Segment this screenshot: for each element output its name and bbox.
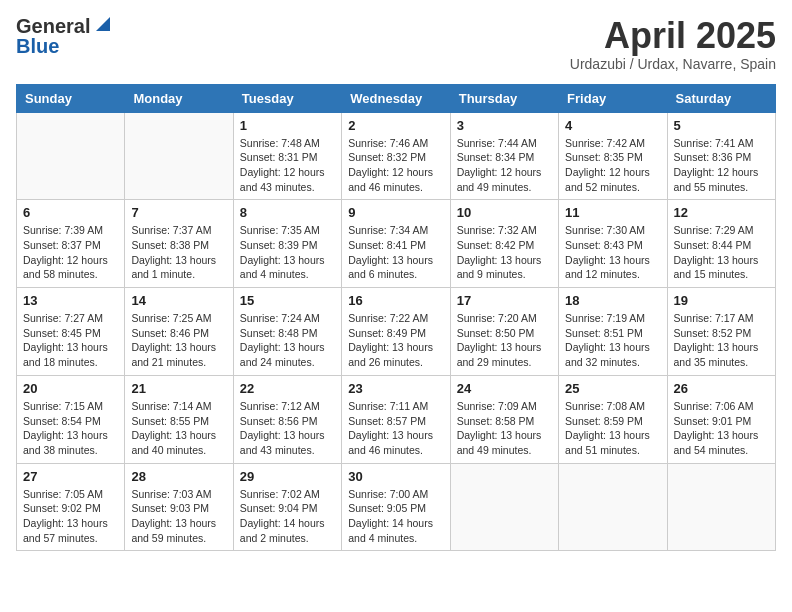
- calendar-day-cell: 28Sunrise: 7:03 AMSunset: 9:03 PMDayligh…: [125, 463, 233, 551]
- day-info: Sunrise: 7:29 AMSunset: 8:44 PMDaylight:…: [674, 223, 769, 282]
- calendar-week-row: 13Sunrise: 7:27 AMSunset: 8:45 PMDayligh…: [17, 288, 776, 376]
- day-number: 11: [565, 205, 660, 220]
- day-info: Sunrise: 7:35 AMSunset: 8:39 PMDaylight:…: [240, 223, 335, 282]
- day-info: Sunrise: 7:24 AMSunset: 8:48 PMDaylight:…: [240, 311, 335, 370]
- calendar-day-cell: [559, 463, 667, 551]
- calendar-day-cell: 20Sunrise: 7:15 AMSunset: 8:54 PMDayligh…: [17, 375, 125, 463]
- calendar-day-cell: 5Sunrise: 7:41 AMSunset: 8:36 PMDaylight…: [667, 112, 775, 200]
- day-info: Sunrise: 7:44 AMSunset: 8:34 PMDaylight:…: [457, 136, 552, 195]
- day-info: Sunrise: 7:12 AMSunset: 8:56 PMDaylight:…: [240, 399, 335, 458]
- day-info: Sunrise: 7:08 AMSunset: 8:59 PMDaylight:…: [565, 399, 660, 458]
- day-number: 25: [565, 381, 660, 396]
- location-title: Urdazubi / Urdax, Navarre, Spain: [570, 56, 776, 72]
- day-info: Sunrise: 7:27 AMSunset: 8:45 PMDaylight:…: [23, 311, 118, 370]
- day-info: Sunrise: 7:39 AMSunset: 8:37 PMDaylight:…: [23, 223, 118, 282]
- day-number: 10: [457, 205, 552, 220]
- day-info: Sunrise: 7:14 AMSunset: 8:55 PMDaylight:…: [131, 399, 226, 458]
- calendar-day-cell: 1Sunrise: 7:48 AMSunset: 8:31 PMDaylight…: [233, 112, 341, 200]
- day-number: 2: [348, 118, 443, 133]
- day-number: 8: [240, 205, 335, 220]
- day-number: 24: [457, 381, 552, 396]
- calendar-day-cell: [450, 463, 558, 551]
- day-number: 19: [674, 293, 769, 308]
- day-number: 27: [23, 469, 118, 484]
- day-info: Sunrise: 7:34 AMSunset: 8:41 PMDaylight:…: [348, 223, 443, 282]
- weekday-header-cell: Friday: [559, 84, 667, 112]
- weekday-header-cell: Wednesday: [342, 84, 450, 112]
- calendar-day-cell: 7Sunrise: 7:37 AMSunset: 8:38 PMDaylight…: [125, 200, 233, 288]
- month-title: April 2025: [570, 16, 776, 56]
- calendar-day-cell: [667, 463, 775, 551]
- calendar-day-cell: 10Sunrise: 7:32 AMSunset: 8:42 PMDayligh…: [450, 200, 558, 288]
- calendar-week-row: 1Sunrise: 7:48 AMSunset: 8:31 PMDaylight…: [17, 112, 776, 200]
- day-number: 26: [674, 381, 769, 396]
- day-info: Sunrise: 7:11 AMSunset: 8:57 PMDaylight:…: [348, 399, 443, 458]
- day-info: Sunrise: 7:30 AMSunset: 8:43 PMDaylight:…: [565, 223, 660, 282]
- day-number: 13: [23, 293, 118, 308]
- calendar-day-cell: [17, 112, 125, 200]
- day-info: Sunrise: 7:20 AMSunset: 8:50 PMDaylight:…: [457, 311, 552, 370]
- logo-triangle-icon: [92, 15, 110, 33]
- calendar-day-cell: 13Sunrise: 7:27 AMSunset: 8:45 PMDayligh…: [17, 288, 125, 376]
- day-info: Sunrise: 7:42 AMSunset: 8:35 PMDaylight:…: [565, 136, 660, 195]
- day-number: 17: [457, 293, 552, 308]
- day-number: 18: [565, 293, 660, 308]
- day-info: Sunrise: 7:22 AMSunset: 8:49 PMDaylight:…: [348, 311, 443, 370]
- day-info: Sunrise: 7:05 AMSunset: 9:02 PMDaylight:…: [23, 487, 118, 546]
- calendar-day-cell: 15Sunrise: 7:24 AMSunset: 8:48 PMDayligh…: [233, 288, 341, 376]
- day-number: 1: [240, 118, 335, 133]
- calendar-day-cell: 12Sunrise: 7:29 AMSunset: 8:44 PMDayligh…: [667, 200, 775, 288]
- calendar-day-cell: 4Sunrise: 7:42 AMSunset: 8:35 PMDaylight…: [559, 112, 667, 200]
- day-number: 23: [348, 381, 443, 396]
- day-number: 7: [131, 205, 226, 220]
- day-info: Sunrise: 7:48 AMSunset: 8:31 PMDaylight:…: [240, 136, 335, 195]
- day-number: 15: [240, 293, 335, 308]
- day-info: Sunrise: 7:15 AMSunset: 8:54 PMDaylight:…: [23, 399, 118, 458]
- day-info: Sunrise: 7:00 AMSunset: 9:05 PMDaylight:…: [348, 487, 443, 546]
- calendar-day-cell: 25Sunrise: 7:08 AMSunset: 8:59 PMDayligh…: [559, 375, 667, 463]
- calendar-day-cell: 16Sunrise: 7:22 AMSunset: 8:49 PMDayligh…: [342, 288, 450, 376]
- weekday-header-cell: Thursday: [450, 84, 558, 112]
- calendar-day-cell: 23Sunrise: 7:11 AMSunset: 8:57 PMDayligh…: [342, 375, 450, 463]
- day-info: Sunrise: 7:03 AMSunset: 9:03 PMDaylight:…: [131, 487, 226, 546]
- day-number: 5: [674, 118, 769, 133]
- calendar-day-cell: 14Sunrise: 7:25 AMSunset: 8:46 PMDayligh…: [125, 288, 233, 376]
- calendar-day-cell: 2Sunrise: 7:46 AMSunset: 8:32 PMDaylight…: [342, 112, 450, 200]
- day-number: 3: [457, 118, 552, 133]
- calendar-day-cell: 22Sunrise: 7:12 AMSunset: 8:56 PMDayligh…: [233, 375, 341, 463]
- calendar-day-cell: 21Sunrise: 7:14 AMSunset: 8:55 PMDayligh…: [125, 375, 233, 463]
- day-info: Sunrise: 7:37 AMSunset: 8:38 PMDaylight:…: [131, 223, 226, 282]
- calendar-day-cell: 26Sunrise: 7:06 AMSunset: 9:01 PMDayligh…: [667, 375, 775, 463]
- calendar-day-cell: 24Sunrise: 7:09 AMSunset: 8:58 PMDayligh…: [450, 375, 558, 463]
- day-number: 20: [23, 381, 118, 396]
- day-number: 4: [565, 118, 660, 133]
- weekday-header-cell: Sunday: [17, 84, 125, 112]
- svg-marker-0: [96, 17, 110, 31]
- calendar-day-cell: 18Sunrise: 7:19 AMSunset: 8:51 PMDayligh…: [559, 288, 667, 376]
- day-info: Sunrise: 7:32 AMSunset: 8:42 PMDaylight:…: [457, 223, 552, 282]
- day-number: 28: [131, 469, 226, 484]
- logo-general-text: General: [16, 16, 90, 36]
- day-number: 21: [131, 381, 226, 396]
- day-info: Sunrise: 7:06 AMSunset: 9:01 PMDaylight:…: [674, 399, 769, 458]
- calendar-day-cell: 30Sunrise: 7:00 AMSunset: 9:05 PMDayligh…: [342, 463, 450, 551]
- calendar-week-row: 6Sunrise: 7:39 AMSunset: 8:37 PMDaylight…: [17, 200, 776, 288]
- title-area: April 2025 Urdazubi / Urdax, Navarre, Sp…: [570, 16, 776, 72]
- calendar-day-cell: 8Sunrise: 7:35 AMSunset: 8:39 PMDaylight…: [233, 200, 341, 288]
- calendar-day-cell: 9Sunrise: 7:34 AMSunset: 8:41 PMDaylight…: [342, 200, 450, 288]
- calendar-day-cell: [125, 112, 233, 200]
- day-info: Sunrise: 7:19 AMSunset: 8:51 PMDaylight:…: [565, 311, 660, 370]
- calendar-day-cell: 3Sunrise: 7:44 AMSunset: 8:34 PMDaylight…: [450, 112, 558, 200]
- weekday-header-row: SundayMondayTuesdayWednesdayThursdayFrid…: [17, 84, 776, 112]
- calendar-day-cell: 27Sunrise: 7:05 AMSunset: 9:02 PMDayligh…: [17, 463, 125, 551]
- day-info: Sunrise: 7:25 AMSunset: 8:46 PMDaylight:…: [131, 311, 226, 370]
- day-number: 14: [131, 293, 226, 308]
- day-info: Sunrise: 7:46 AMSunset: 8:32 PMDaylight:…: [348, 136, 443, 195]
- day-number: 6: [23, 205, 118, 220]
- day-number: 29: [240, 469, 335, 484]
- day-number: 30: [348, 469, 443, 484]
- logo: General Blue: [16, 16, 110, 56]
- calendar-day-cell: 29Sunrise: 7:02 AMSunset: 9:04 PMDayligh…: [233, 463, 341, 551]
- day-info: Sunrise: 7:41 AMSunset: 8:36 PMDaylight:…: [674, 136, 769, 195]
- day-number: 16: [348, 293, 443, 308]
